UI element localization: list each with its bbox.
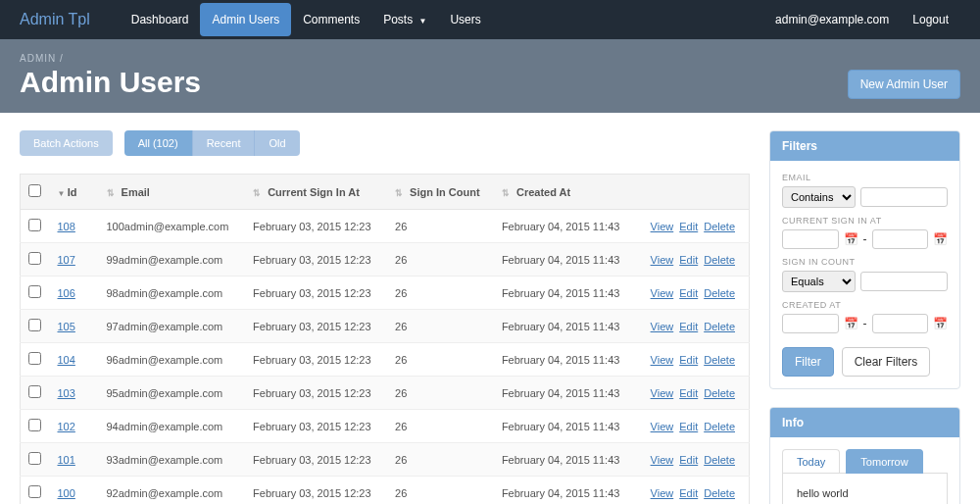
row-view-link[interactable]: View — [651, 254, 674, 266]
new-admin-user-button[interactable]: New Admin User — [848, 70, 960, 99]
row-edit-link[interactable]: Edit — [679, 454, 698, 466]
col-header[interactable]: ⇅ Email — [99, 175, 246, 210]
row-id-link[interactable]: 102 — [58, 421, 75, 432]
row-checkbox[interactable] — [28, 252, 41, 265]
filter-signin-to-input[interactable] — [872, 229, 929, 249]
cell-email: 92admin@example.com — [99, 477, 246, 505]
row-delete-link[interactable]: Delete — [704, 321, 735, 332]
nav-item-posts[interactable]: Posts ▼ — [371, 3, 438, 36]
cell-signin_at: February 03, 2015 12:23 — [245, 210, 387, 243]
clear-filters-button[interactable]: Clear Filters — [842, 347, 931, 377]
filter-count-input[interactable] — [860, 272, 948, 291]
calendar-icon[interactable]: 📅 — [844, 317, 858, 330]
row-delete-link[interactable]: Delete — [704, 354, 735, 366]
logout-link[interactable]: Logout — [901, 3, 960, 36]
filter-created-label: CREATED AT — [782, 300, 948, 310]
cell-email: 99admin@example.com — [99, 243, 246, 277]
cell-signin_at: February 03, 2015 12:23 — [245, 443, 387, 477]
nav-items: DashboardAdmin UsersCommentsPosts ▼Users — [120, 3, 493, 36]
col-header[interactable]: ▼ Id — [50, 175, 99, 210]
row-edit-link[interactable]: Edit — [679, 254, 698, 266]
filter-email-input[interactable] — [860, 187, 948, 207]
row-view-link[interactable]: View — [651, 287, 674, 299]
row-id-link[interactable]: 101 — [58, 454, 75, 466]
row-view-link[interactable]: View — [651, 387, 674, 399]
filter-button[interactable]: Filter — [782, 347, 834, 377]
cell-email: 94admin@example.com — [99, 410, 246, 443]
filter-created-to-input[interactable] — [872, 314, 929, 333]
page-title: Admin Users — [20, 66, 201, 99]
row-checkbox[interactable] — [28, 352, 41, 365]
table-row: 10698admin@example.comFebruary 03, 2015 … — [21, 277, 750, 310]
row-checkbox[interactable] — [28, 219, 41, 231]
filters-panel-title: Filters — [770, 131, 959, 161]
row-edit-link[interactable]: Edit — [679, 354, 698, 366]
row-checkbox[interactable] — [28, 285, 41, 298]
row-delete-link[interactable]: Delete — [704, 387, 735, 399]
cell-count: 26 — [387, 410, 494, 443]
row-id-link[interactable]: 107 — [58, 254, 75, 266]
row-delete-link[interactable]: Delete — [704, 221, 735, 232]
select-all-checkbox[interactable] — [28, 184, 41, 197]
row-delete-link[interactable]: Delete — [704, 487, 735, 499]
cell-count: 26 — [387, 343, 494, 377]
row-edit-link[interactable]: Edit — [679, 221, 698, 232]
row-view-link[interactable]: View — [651, 487, 674, 499]
row-id-link[interactable]: 104 — [58, 354, 75, 366]
row-edit-link[interactable]: Edit — [679, 387, 698, 399]
row-checkbox[interactable] — [28, 452, 41, 465]
row-view-link[interactable]: View — [651, 354, 674, 366]
calendar-icon[interactable]: 📅 — [933, 232, 948, 246]
row-delete-link[interactable]: Delete — [704, 421, 735, 432]
row-edit-link[interactable]: Edit — [679, 287, 698, 299]
row-id-link[interactable]: 100 — [58, 487, 75, 499]
row-delete-link[interactable]: Delete — [704, 287, 735, 299]
row-view-link[interactable]: View — [651, 221, 674, 232]
scope-old[interactable]: Old — [255, 130, 299, 156]
col-header[interactable]: ⇅ Sign In Count — [387, 175, 494, 210]
range-dash: - — [863, 232, 867, 246]
cell-signin_at: February 03, 2015 12:23 — [245, 243, 387, 277]
row-delete-link[interactable]: Delete — [704, 454, 735, 466]
scope-recent[interactable]: Recent — [193, 130, 256, 156]
row-view-link[interactable]: View — [651, 421, 674, 432]
filter-count-label: SIGN IN COUNT — [782, 257, 948, 267]
col-header[interactable]: ⇅ Current Sign In At — [245, 175, 387, 210]
breadcrumb: ADMIN / — [20, 53, 201, 64]
filter-count-op-select[interactable]: Equals — [782, 271, 856, 292]
row-checkbox[interactable] — [28, 485, 41, 498]
scope-all[interactable]: All (102) — [124, 130, 193, 156]
row-id-link[interactable]: 103 — [58, 387, 75, 399]
filter-signin-from-input[interactable] — [782, 229, 839, 249]
row-edit-link[interactable]: Edit — [679, 487, 698, 499]
row-edit-link[interactable]: Edit — [679, 421, 698, 432]
row-id-link[interactable]: 105 — [58, 321, 75, 332]
row-checkbox[interactable] — [28, 385, 41, 398]
brand-link[interactable]: Admin Tpl — [20, 11, 90, 28]
row-delete-link[interactable]: Delete — [704, 254, 735, 266]
current-user-link[interactable]: admin@example.com — [763, 3, 901, 36]
table-row: 10395admin@example.comFebruary 03, 2015 … — [21, 377, 750, 410]
row-id-link[interactable]: 108 — [58, 221, 75, 232]
col-header[interactable]: ⇅ Created At — [494, 175, 636, 210]
batch-actions-button[interactable]: Batch Actions — [20, 130, 113, 156]
row-view-link[interactable]: View — [651, 454, 674, 466]
row-view-link[interactable]: View — [651, 321, 674, 332]
tab-tomorrow[interactable]: Tomorrow — [846, 449, 922, 474]
row-id-link[interactable]: 106 — [58, 287, 75, 299]
row-checkbox[interactable] — [28, 319, 41, 331]
filter-email-op-select[interactable]: Contains — [782, 186, 856, 208]
filter-created-from-input[interactable] — [782, 314, 839, 333]
nav-item-comments[interactable]: Comments — [291, 3, 371, 36]
nav-item-dashboard[interactable]: Dashboard — [120, 3, 201, 36]
info-panel-title: Info — [770, 408, 959, 437]
tab-today[interactable]: Today — [782, 449, 840, 474]
calendar-icon[interactable]: 📅 — [933, 317, 948, 330]
nav-item-admin-users[interactable]: Admin Users — [200, 3, 291, 36]
row-checkbox[interactable] — [28, 419, 41, 431]
info-panel: Info TodayTomorrow hello world — [769, 407, 960, 504]
nav-item-users[interactable]: Users — [438, 3, 492, 36]
calendar-icon[interactable]: 📅 — [844, 232, 858, 246]
cell-count: 26 — [387, 443, 494, 477]
row-edit-link[interactable]: Edit — [679, 321, 698, 332]
